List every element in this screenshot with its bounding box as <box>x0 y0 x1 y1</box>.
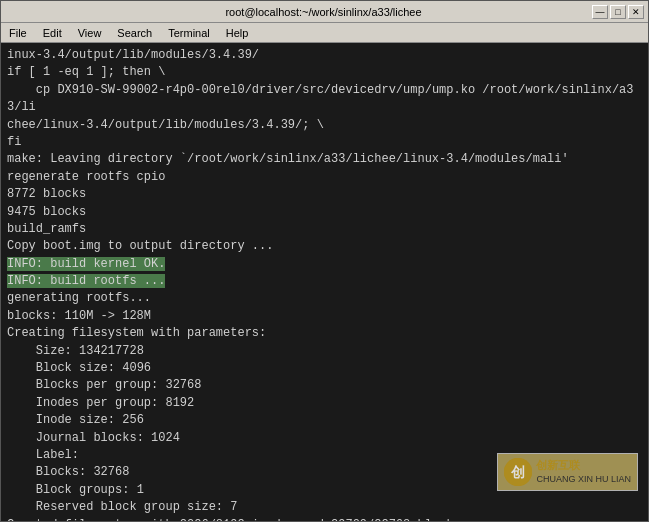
close-button[interactable]: ✕ <box>628 5 644 19</box>
terminal-line: cp DX910-SW-99002-r4p0-00rel0/driver/src… <box>7 83 634 114</box>
svg-text:创: 创 <box>510 464 525 480</box>
menu-item-view[interactable]: View <box>72 25 108 41</box>
window-title: root@localhost:~/work/sinlinx/a33/lichee <box>55 6 592 18</box>
watermark-logo: 创 <box>504 458 532 486</box>
terminal-line: Blocks per group: 32768 <box>7 378 201 392</box>
watermark-box: 创 创新互联 CHUANG XIN HU LIAN <box>497 453 638 491</box>
terminal-line: inux-3.4/output/lib/modules/3.4.39/ <box>7 48 259 62</box>
menu-item-file[interactable]: File <box>3 25 33 41</box>
terminal-line: 8772 blocks <box>7 187 86 201</box>
terminal-line: chee/linux-3.4/output/lib/modules/3.4.39… <box>7 118 324 132</box>
terminal-line: Inodes per group: 8192 <box>7 396 194 410</box>
terminal-line: Copy boot.img to output directory ... <box>7 239 273 253</box>
menu-item-edit[interactable]: Edit <box>37 25 68 41</box>
watermark-line1: 创新互联 <box>536 458 631 473</box>
terminal-line: Creating filesystem with parameters: <box>7 326 266 340</box>
terminal-line: Created filesystem with 2026/8192 inodes… <box>7 518 461 521</box>
terminal-line: Reserved block group size: 7 <box>7 500 237 514</box>
terminal-content[interactable]: inux-3.4/output/lib/modules/3.4.39/ if [… <box>1 43 648 521</box>
title-bar: root@localhost:~/work/sinlinx/a33/lichee… <box>1 1 648 23</box>
terminal-line: Journal blocks: 1024 <box>7 431 180 445</box>
terminal-line: generating rootfs... <box>7 291 151 305</box>
terminal-line: if [ 1 -eq 1 ]; then \ <box>7 65 165 79</box>
watermark-icon: 创 <box>504 458 532 486</box>
minimize-button[interactable]: — <box>592 5 608 19</box>
window-controls: — □ ✕ <box>592 5 644 19</box>
terminal-window: root@localhost:~/work/sinlinx/a33/lichee… <box>0 0 649 522</box>
terminal-line: 9475 blocks <box>7 205 86 219</box>
terminal-line: regenerate rootfs cpio <box>7 170 165 184</box>
watermark-text: 创新互联 CHUANG XIN HU LIAN <box>536 458 631 486</box>
terminal-line: Inode size: 256 <box>7 413 144 427</box>
terminal-line: Blocks: 32768 <box>7 465 129 479</box>
terminal-line: make: Leaving directory `/root/work/sinl… <box>7 152 569 166</box>
terminal-line: INFO: build kernel OK. <box>7 257 165 271</box>
terminal-line: Label: <box>7 448 79 462</box>
menu-item-help[interactable]: Help <box>220 25 255 41</box>
menu-item-terminal[interactable]: Terminal <box>162 25 216 41</box>
maximize-button[interactable]: □ <box>610 5 626 19</box>
terminal-line: Size: 134217728 <box>7 344 144 358</box>
watermark: 创 创新互联 CHUANG XIN HU LIAN <box>497 453 638 491</box>
menu-bar: FileEditViewSearchTerminalHelp <box>1 23 648 43</box>
terminal-line: blocks: 110M -> 128M <box>7 309 151 323</box>
terminal-line: INFO: build rootfs ... <box>7 274 165 288</box>
terminal-line: Block size: 4096 <box>7 361 151 375</box>
watermark-line2: CHUANG XIN HU LIAN <box>536 473 631 486</box>
terminal-output: inux-3.4/output/lib/modules/3.4.39/ if [… <box>7 47 642 521</box>
menu-item-search[interactable]: Search <box>111 25 158 41</box>
terminal-line: build_ramfs <box>7 222 86 236</box>
terminal-line: fi <box>7 135 21 149</box>
terminal-line: Block groups: 1 <box>7 483 144 497</box>
